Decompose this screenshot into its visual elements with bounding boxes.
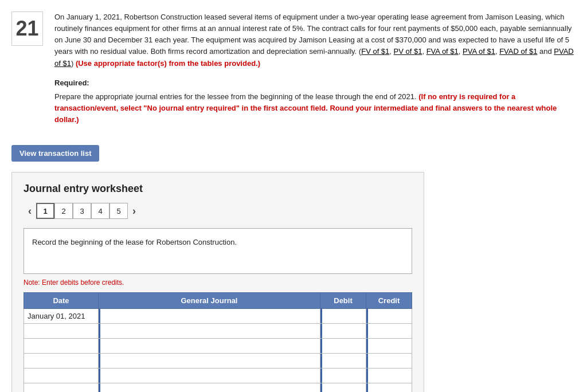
debit-cell-3[interactable] <box>320 339 366 354</box>
table-row <box>24 383 412 392</box>
required-section: Required: Prepare the appropriate journa… <box>54 77 576 126</box>
problem-header: 21 On January 1, 2021, Robertson Constru… <box>11 11 576 126</box>
description-text: Record the beginning of the lease for Ro… <box>32 238 237 246</box>
debit-cell-4[interactable] <box>320 354 366 369</box>
pagination-page-1[interactable]: 1 <box>36 203 54 219</box>
journal-cell-3[interactable] <box>99 339 320 354</box>
debit-cell-2[interactable] <box>320 324 366 339</box>
journal-input-2[interactable] <box>99 324 320 338</box>
bold-red-text: (Use appropriate factor(s) from the tabl… <box>76 59 260 68</box>
journal-cell-5[interactable] <box>99 369 320 383</box>
debit-input-2[interactable] <box>320 324 366 338</box>
journal-cell-2[interactable] <box>99 324 320 339</box>
debit-input-6[interactable] <box>320 384 366 392</box>
pv-link[interactable]: PV of $1 <box>394 47 422 56</box>
pagination-page-5[interactable]: 5 <box>109 203 128 219</box>
fva-link[interactable]: FVA of $1 <box>426 47 459 56</box>
debit-input-1[interactable] <box>320 309 366 323</box>
journal-input-1[interactable] <box>99 309 320 323</box>
journal-input-4[interactable] <box>99 354 320 368</box>
debit-cell-5[interactable] <box>320 369 366 383</box>
pagination-page-2[interactable]: 2 <box>54 203 73 219</box>
fv-link[interactable]: FV of $1 <box>361 47 389 56</box>
col-header-debit: Debit <box>320 293 366 309</box>
fvad-link[interactable]: FVAD of $1 <box>499 47 537 56</box>
pagination-prev[interactable]: ‹ <box>24 206 36 216</box>
date-cell-2 <box>24 324 99 339</box>
col-header-date: Date <box>24 293 99 309</box>
pagination-next[interactable]: › <box>128 206 140 216</box>
credit-input-4[interactable] <box>366 354 412 368</box>
journal-cell-4[interactable] <box>99 354 320 369</box>
required-label: Required: <box>54 77 576 89</box>
date-cell-1: January 01, 2021 <box>24 309 99 324</box>
credit-input-2[interactable] <box>366 324 412 338</box>
journal-table: Date General Journal Debit Credit Januar… <box>24 292 412 392</box>
pagination-page-4[interactable]: 4 <box>91 203 109 219</box>
journal-input-5[interactable] <box>99 369 320 383</box>
col-header-journal: General Journal <box>99 293 320 309</box>
credit-cell-5[interactable] <box>366 369 412 383</box>
pagination-page-3[interactable]: 3 <box>73 203 91 219</box>
date-cell-4 <box>24 354 99 369</box>
debit-input-5[interactable] <box>320 369 366 383</box>
view-transaction-button[interactable]: View transaction list <box>11 145 99 162</box>
required-text: Prepare the appropriate journal entries … <box>54 91 576 126</box>
credit-input-3[interactable] <box>366 339 412 353</box>
credit-cell-1[interactable] <box>366 309 412 324</box>
pva-link[interactable]: PVA of $1 <box>463 47 495 56</box>
table-row <box>24 324 412 339</box>
debit-cell-6[interactable] <box>320 383 366 392</box>
credit-cell-3[interactable] <box>366 339 412 354</box>
problem-number: 21 <box>11 11 43 46</box>
table-row <box>24 354 412 369</box>
description-box: Record the beginning of the lease for Ro… <box>24 228 412 274</box>
credit-cell-6[interactable] <box>366 383 412 392</box>
worksheet-container: Journal entry worksheet ‹ 1 2 3 4 5 › Re… <box>11 172 424 392</box>
table-row <box>24 369 412 383</box>
debit-input-4[interactable] <box>320 354 366 368</box>
debit-cell-1[interactable] <box>320 309 366 324</box>
debit-input-3[interactable] <box>320 339 366 353</box>
credit-input-6[interactable] <box>366 384 412 392</box>
pagination: ‹ 1 2 3 4 5 › <box>24 203 412 219</box>
problem-description: On January 1, 2021, Robertson Constructi… <box>54 11 576 126</box>
journal-input-6[interactable] <box>99 384 320 392</box>
required-red: (If no entry is required for a transacti… <box>54 92 557 124</box>
journal-cell-6[interactable] <box>99 383 320 392</box>
credit-cell-4[interactable] <box>366 354 412 369</box>
journal-input-3[interactable] <box>99 339 320 353</box>
note-text: Note: Enter debits before credits. <box>24 279 412 287</box>
worksheet-title: Journal entry worksheet <box>24 183 412 195</box>
date-cell-3 <box>24 339 99 354</box>
credit-cell-2[interactable] <box>366 324 412 339</box>
credit-input-1[interactable] <box>366 309 412 323</box>
date-cell-6 <box>24 383 99 392</box>
journal-cell-1[interactable] <box>99 309 320 324</box>
table-row <box>24 339 412 354</box>
col-header-credit: Credit <box>366 293 412 309</box>
table-row: January 01, 2021 <box>24 309 412 324</box>
credit-input-5[interactable] <box>366 369 412 383</box>
date-cell-5 <box>24 369 99 383</box>
